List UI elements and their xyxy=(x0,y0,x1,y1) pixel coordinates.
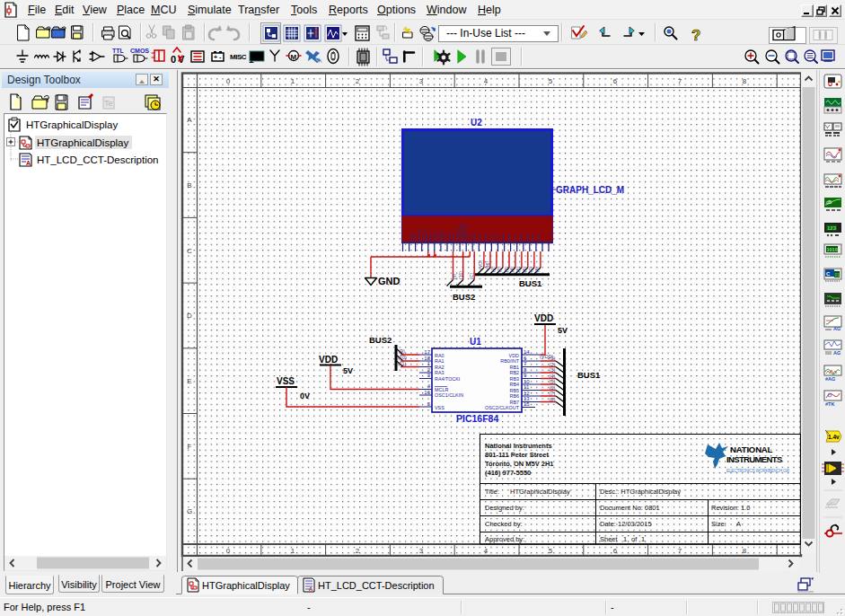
svg-text:U2: U2 xyxy=(471,118,482,128)
svg-text:(7): (7) xyxy=(528,267,533,272)
svg-text:(5): (5) xyxy=(515,267,521,272)
svg-text:0: 0 xyxy=(226,547,231,555)
svg-text:4: 4 xyxy=(484,77,489,85)
svg-text:Document No: 0801: Document No: 0801 xyxy=(600,504,660,512)
svg-text:ELECTRONICS WORKBENCH GR: ELECTRONICS WORKBENCH GR xyxy=(726,469,789,473)
svg-text:(96): (96) xyxy=(485,261,490,269)
svg-text:dB: dB xyxy=(826,199,832,205)
svg-text:Desc.: HTGraphicalDisplay: Desc.: HTGraphicalDisplay xyxy=(600,488,681,496)
svg-text:A: A xyxy=(187,116,192,124)
svg-text:B: B xyxy=(187,181,191,189)
svg-text:(1): (1) xyxy=(550,356,556,361)
svg-text:OSC2/CLKOUT: OSC2/CLKOUT xyxy=(485,405,520,410)
svg-text:8: 8 xyxy=(743,77,747,85)
svg-text:HT_LCD_CCT-Description: HT_LCD_CCT-Description xyxy=(37,154,158,165)
svg-text:National Instruments: National Instruments xyxy=(485,442,552,450)
svg-text:1: 1 xyxy=(623,535,627,543)
svg-text:HTGraphicalDisplay: HTGraphicalDisplay xyxy=(510,488,570,496)
svg-text:(10): (10) xyxy=(458,271,463,279)
svg-text:(9): (9) xyxy=(452,274,457,279)
svg-text:01: 01 xyxy=(835,272,841,277)
svg-text:Te: Te xyxy=(104,99,113,108)
svg-text:(C): (C) xyxy=(469,273,474,279)
svg-text:(7): (7) xyxy=(550,391,556,396)
svg-text:10: 10 xyxy=(524,379,530,384)
svg-text:1: 1 xyxy=(291,547,295,555)
svg-text:#AG: #AG xyxy=(825,376,835,382)
svg-text:2: 2 xyxy=(356,77,360,85)
svg-text:BUS1: BUS1 xyxy=(519,278,542,288)
svg-text:801-111 Peter Street: 801-111 Peter Street xyxy=(485,451,549,459)
svg-text:PIC16F84: PIC16F84 xyxy=(456,413,498,424)
svg-text:RA2: RA2 xyxy=(435,365,445,370)
svg-text:(9): (9) xyxy=(399,348,405,354)
svg-text:HTGraphicalDisplay: HTGraphicalDisplay xyxy=(26,119,119,130)
svg-text:Size:: Size: xyxy=(711,520,726,528)
svg-text:123: 123 xyxy=(827,225,837,231)
svg-text:5V: 5V xyxy=(343,366,353,375)
svg-text:17: 17 xyxy=(424,349,430,355)
svg-text:RB2: RB2 xyxy=(510,370,520,375)
svg-text:14: 14 xyxy=(524,349,530,355)
svg-text:C: C xyxy=(826,271,831,277)
svg-text:GND: GND xyxy=(378,276,400,286)
svg-text:+ -: + - xyxy=(214,54,222,60)
svg-text:5V: 5V xyxy=(558,326,568,335)
svg-text:#TK: #TK xyxy=(825,401,834,407)
svg-text:U: U xyxy=(828,81,832,87)
svg-text:1.4v: 1.4v xyxy=(828,434,840,440)
svg-text:6: 6 xyxy=(613,547,618,555)
svg-text:VDD: VDD xyxy=(534,313,553,323)
svg-text:VSS: VSS xyxy=(435,405,445,410)
svg-text:Title:: Title: xyxy=(485,488,499,496)
svg-text:7: 7 xyxy=(678,547,682,555)
svg-text:11: 11 xyxy=(524,384,530,390)
svg-text:12: 12 xyxy=(524,391,530,396)
svg-text:RB6: RB6 xyxy=(510,393,520,399)
svg-text:(4): (4) xyxy=(550,374,556,379)
svg-text:RB1: RB1 xyxy=(510,365,520,370)
svg-text:0: 0 xyxy=(171,54,176,65)
svg-text:Toronto, ON M5V 2H1: Toronto, ON M5V 2H1 xyxy=(485,460,554,468)
svg-text:BUS1: BUS1 xyxy=(577,370,601,380)
svg-text:(8): (8) xyxy=(550,397,556,402)
svg-text:(4): (4) xyxy=(509,267,515,272)
svg-text:RB0/INT: RB0/INT xyxy=(500,358,519,364)
svg-text:of: of xyxy=(631,535,638,543)
svg-text:C: C xyxy=(187,247,192,255)
svg-text:15: 15 xyxy=(524,401,530,407)
svg-text:MISC: MISC xyxy=(230,53,247,61)
svg-text:(6): (6) xyxy=(522,267,527,272)
svg-text:Checked by:: Checked by: xyxy=(485,520,523,528)
svg-text:18: 18 xyxy=(424,356,430,361)
svg-text:(416) 977-5550: (416) 977-5550 xyxy=(485,469,531,477)
svg-text:(5): (5) xyxy=(550,379,556,384)
svg-text:MCLR: MCLR xyxy=(435,387,448,392)
svg-text:A: A xyxy=(26,160,31,166)
svg-text:E: E xyxy=(187,377,191,385)
svg-text:HTGraphicalDisplay: HTGraphicalDisplay xyxy=(202,580,290,591)
svg-text:6: 6 xyxy=(613,77,618,85)
svg-text:0: 0 xyxy=(226,77,231,85)
svg-text:?: ? xyxy=(691,27,700,44)
svg-text:3: 3 xyxy=(419,547,424,555)
svg-text:RA0: RA0 xyxy=(435,353,445,358)
svg-text:8: 8 xyxy=(743,547,747,555)
svg-text:Sheet: Sheet xyxy=(600,535,619,543)
svg-text:(2): (2) xyxy=(497,267,502,272)
svg-text:RA3: RA3 xyxy=(435,370,445,375)
svg-text:HTGraphicalDisplay: HTGraphicalDisplay xyxy=(37,137,129,148)
svg-text:(3): (3) xyxy=(550,367,556,373)
svg-text:5: 5 xyxy=(549,77,553,85)
svg-text:A: A xyxy=(736,520,741,528)
svg-text:(VD): (VD) xyxy=(478,260,483,269)
svg-text:BUS2: BUS2 xyxy=(369,335,392,345)
svg-text:1010: 1010 xyxy=(827,247,838,252)
svg-text:--- In-Use List ---: --- In-Use List --- xyxy=(446,27,525,40)
svg-text:(1): (1) xyxy=(490,267,496,272)
svg-text:1: 1 xyxy=(641,535,645,543)
svg-text:(6): (6) xyxy=(550,385,556,391)
svg-text:G: G xyxy=(187,507,192,515)
svg-text:(3): (3) xyxy=(504,267,509,272)
svg-text:RA4/TOCKI: RA4/TOCKI xyxy=(435,376,460,382)
